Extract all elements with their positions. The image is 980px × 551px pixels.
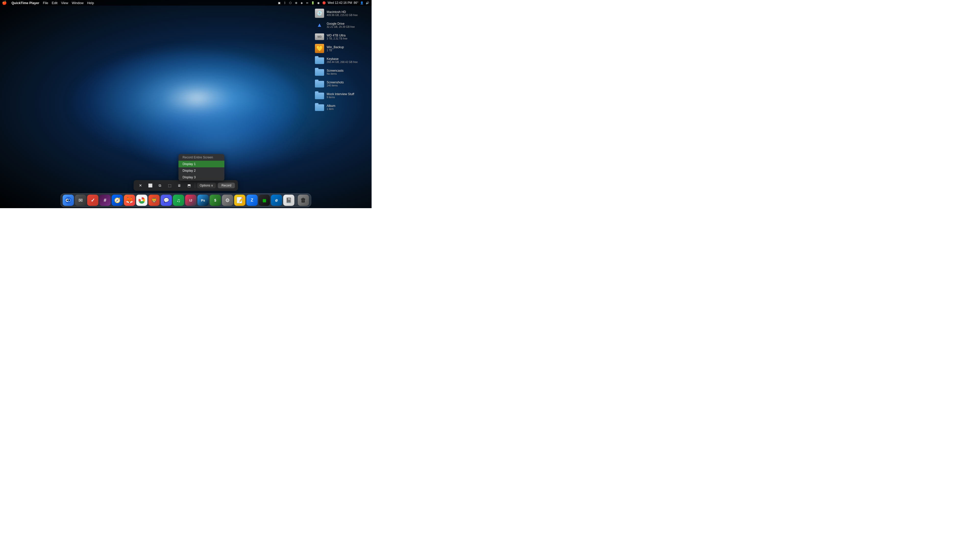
bluetooth-icon: ᛒ bbox=[283, 1, 287, 5]
desktop-icon-screenshots[interactable]: Screenshots 146 items bbox=[313, 78, 369, 89]
qt-options-chevron: ∨ bbox=[211, 184, 213, 187]
desktop-icon-album[interactable]: Album 1 item bbox=[313, 102, 369, 113]
macintosh-hd-icon: 💿 bbox=[315, 9, 324, 18]
mock-interview-folder-icon bbox=[315, 91, 324, 100]
dock-item-firefox[interactable]: 🦊 bbox=[124, 195, 135, 206]
dock-item-spotify[interactable]: ♫ bbox=[173, 195, 184, 206]
mock-interview-text: Mock Interview Stuff 9 items bbox=[327, 92, 354, 99]
menubar-file[interactable]: File bbox=[43, 1, 48, 5]
stats-icon: ▪▪ bbox=[305, 1, 309, 5]
dock-item-tableplus[interactable]: $ bbox=[210, 195, 221, 206]
menubar-left: 🍎 QuickTime Player File Edit View Window… bbox=[2, 0, 94, 5]
qt-options-label: Options bbox=[200, 184, 210, 187]
user-icon[interactable]: 👤 bbox=[360, 1, 364, 5]
dock-item-trash[interactable]: 🗑 bbox=[298, 195, 309, 206]
dock-item-todoist[interactable]: ✓ bbox=[87, 195, 99, 206]
win-backup-icon: 💛 bbox=[315, 44, 324, 53]
album-text: Album 1 item bbox=[327, 104, 335, 110]
desktop-icon-google-drive[interactable]: ▲ Google Drive 32.21 GB, 29.39 GB free bbox=[313, 19, 369, 30]
menubar-help[interactable]: Help bbox=[87, 1, 94, 5]
google-drive-icon: ▲ bbox=[315, 21, 324, 30]
dock-item-beeper[interactable]: 💬 bbox=[161, 195, 172, 206]
menubar-right: ▣ ᛒ ⬡ ⊕ ◈ ▪▪ 🔋 ◉ 🔴 Wed 12:42:16 PM 86° 👤… bbox=[277, 1, 369, 5]
menubar-temp: 86° bbox=[354, 1, 358, 5]
menubar-time: Wed 12:42:16 PM bbox=[328, 1, 352, 5]
screenshots-text: Screenshots 146 items bbox=[327, 81, 344, 87]
dock-item-brave[interactable]: 🦁 bbox=[148, 195, 160, 206]
desktop-icons: 💿 Macintosh HD 409.96 GB, 215.02 GB free… bbox=[313, 8, 369, 113]
wd-drive-icon: WD bbox=[315, 32, 324, 41]
wifi-icon: ▣ bbox=[277, 1, 281, 5]
dock: ✉ ✓ # 🧭 🦊 🦁 💬 ♫ IJ Ps $ ⚙ 📝 Z ▦ e 📓 🗑 bbox=[60, 193, 311, 207]
desktop-icon-screencasts[interactable]: Screencasts No items bbox=[313, 66, 369, 78]
desktop-icon-mock-interview[interactable]: Mock Interview Stuff 9 items bbox=[313, 90, 369, 101]
record-dropdown: Record Entire Screen Display 1 Display 2… bbox=[178, 154, 224, 181]
wd-text: WD 4TB Ultra 3 TB, 2.31 TB free bbox=[327, 34, 347, 40]
battery-icon: 🔋 bbox=[311, 1, 315, 5]
menubar-edit[interactable]: Edit bbox=[52, 1, 57, 5]
svg-point-3 bbox=[67, 200, 68, 201]
album-folder-icon bbox=[315, 103, 324, 112]
screenconnect-icon: ⊕ bbox=[294, 1, 298, 5]
screencasts-text: Screencasts No items bbox=[327, 69, 344, 75]
menubar-window[interactable]: Window bbox=[72, 1, 83, 5]
dock-separator bbox=[296, 196, 296, 205]
dock-item-safari[interactable]: 🧭 bbox=[112, 195, 123, 206]
dock-item-sysprefs[interactable]: ⚙ bbox=[222, 195, 233, 206]
screencasts-folder-icon bbox=[315, 67, 324, 76]
screenshots-folder-icon bbox=[315, 79, 324, 88]
dock-item-mimestream[interactable]: ✉ bbox=[75, 195, 86, 206]
menubar-app-name[interactable]: QuickTime Player bbox=[11, 1, 39, 5]
qt-options-button[interactable]: Options ∨ bbox=[197, 183, 216, 188]
menubar-view[interactable]: View bbox=[61, 1, 68, 5]
keybase-folder-icon bbox=[315, 56, 324, 65]
desktop-icon-keybase[interactable]: Keybase 268.44 GB, 268.42 GB free bbox=[313, 55, 369, 66]
qt-record-button[interactable]: Record bbox=[218, 183, 235, 188]
desktop: 🍎 QuickTime Player File Edit View Window… bbox=[0, 0, 372, 208]
menubar: 🍎 QuickTime Player File Edit View Window… bbox=[0, 0, 372, 6]
dock-item-activitymonitor[interactable]: ▦ bbox=[259, 195, 270, 206]
desktop-icon-win-backup[interactable]: 💛 Win_Backup 1 TB bbox=[313, 43, 369, 54]
dock-item-finder[interactable] bbox=[63, 195, 74, 206]
apple-menu[interactable]: 🍎 bbox=[2, 0, 7, 5]
dock-item-notes[interactable]: 📝 bbox=[234, 195, 245, 206]
svg-point-4 bbox=[68, 200, 70, 201]
dock-item-edge[interactable]: e bbox=[271, 195, 282, 206]
macintosh-hd-text: Macintosh HD 409.96 GB, 215.02 GB free bbox=[327, 10, 358, 17]
display1-option[interactable]: Display 1 bbox=[178, 161, 224, 167]
qt-close-button[interactable]: ✕ bbox=[137, 182, 144, 189]
desktop-icon-macintosh-hd[interactable]: 💿 Macintosh HD 409.96 GB, 215.02 GB free bbox=[313, 8, 369, 19]
signal-icon: ◉ bbox=[317, 1, 321, 5]
quicktime-toolbar: ✕ ⬜ ⧉ ⬚ 🖥 ⬒ Options ∨ Record bbox=[134, 180, 238, 191]
qt-selection-button[interactable]: ⬚ bbox=[165, 182, 173, 189]
dock-item-noteship[interactable]: 📓 bbox=[283, 195, 294, 206]
dock-item-zoom[interactable]: Z bbox=[247, 195, 258, 206]
display2-option[interactable]: Display 2 bbox=[178, 167, 224, 174]
win-backup-text: Win_Backup 1 TB bbox=[327, 45, 344, 52]
qt-separator bbox=[195, 183, 195, 188]
network-icon: ⬡ bbox=[288, 1, 293, 5]
desktop-icon-wd[interactable]: WD WD 4TB Ultra 3 TB, 2.31 TB free bbox=[313, 31, 369, 42]
svg-point-7 bbox=[141, 199, 143, 201]
menubar-icon1: ◈ bbox=[300, 1, 304, 5]
display3-option[interactable]: Display 3 bbox=[178, 174, 224, 181]
qt-app-window-button[interactable]: ⧉ bbox=[156, 182, 164, 189]
qt-partial-button[interactable]: ⬒ bbox=[185, 182, 192, 189]
google-drive-text: Google Drive 32.21 GB, 29.39 GB free bbox=[327, 22, 355, 28]
notification-icon: 🔴 bbox=[322, 1, 326, 5]
qt-window-button[interactable]: ⬜ bbox=[146, 182, 154, 189]
dock-item-intellij[interactable]: IJ bbox=[185, 195, 197, 206]
dock-item-slack[interactable]: # bbox=[100, 195, 111, 206]
dock-item-chrome[interactable] bbox=[136, 195, 148, 206]
dropdown-header: Record Entire Screen bbox=[178, 154, 224, 161]
dock-item-photoshop[interactable]: Ps bbox=[197, 195, 209, 206]
keybase-text: Keybase 268.44 GB, 268.42 GB free bbox=[327, 57, 358, 64]
volume-icon[interactable]: 🔊 bbox=[366, 1, 369, 5]
qt-display-button[interactable]: 🖥 bbox=[175, 182, 183, 189]
